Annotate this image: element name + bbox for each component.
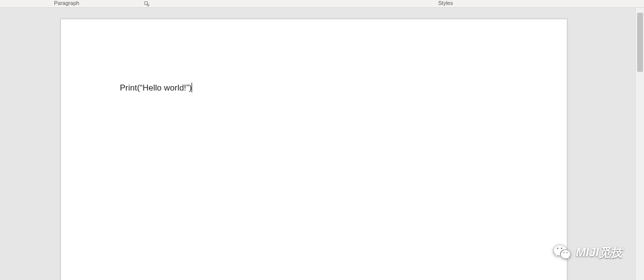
vertical-scrollbar[interactable]	[635, 8, 644, 280]
document-body-text[interactable]: Print(“Hello world!”)	[120, 83, 192, 93]
ribbon-group-paragraph-label: Paragraph	[54, 0, 79, 6]
scrollbar-thumb[interactable]	[637, 13, 643, 72]
ribbon-group-labels: Paragraph Styles	[0, 0, 644, 8]
document-page[interactable]: Print(“Hello world!”)	[60, 19, 567, 280]
document-workspace: Print(“Hello world!”)	[0, 8, 644, 280]
ribbon-group-styles-label: Styles	[438, 0, 453, 6]
paragraph-dialog-launcher-icon[interactable]	[144, 1, 150, 7]
